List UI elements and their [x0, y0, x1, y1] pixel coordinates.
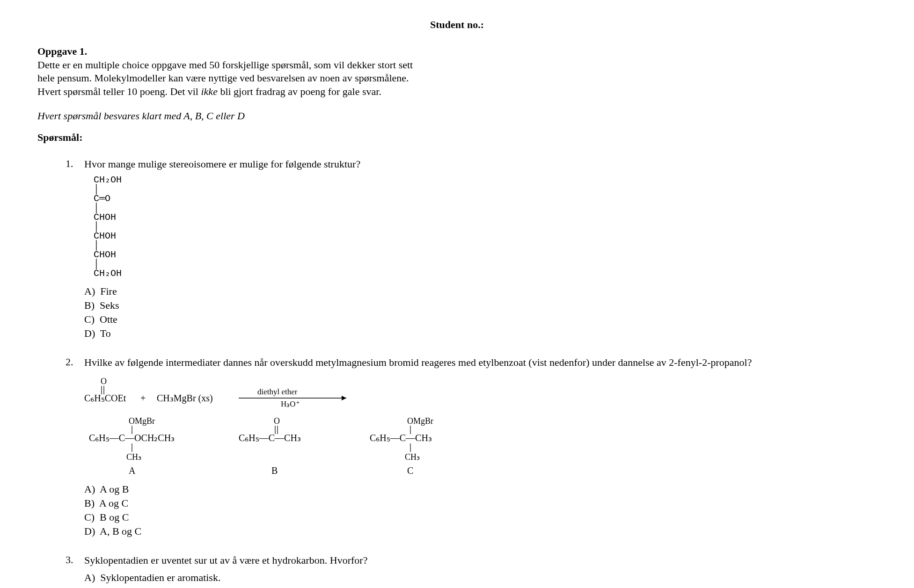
q3-opt-b-text: Den konjugerte basen til syklopentadien …	[100, 586, 322, 588]
intro-line-3a: Hvert spørsmål teller 10 poeng. Det vil	[37, 86, 201, 97]
instruction-line: Hvert spørsmål besvares klart med A, B, …	[37, 110, 877, 122]
q1-options: A) Fire B) Seks C) Otte D) To	[84, 285, 877, 340]
q1-opt-d-label: D)	[84, 327, 95, 339]
q2-text: Hvilke av følgende intermediater dannes …	[84, 356, 877, 369]
dbl-o: O	[101, 377, 107, 386]
q3-opt-a-text: Syklopentadien er aromatisk.	[100, 572, 220, 583]
question-1: 1. Hvor mange mulige stereoisomere er mu…	[37, 158, 877, 340]
q2-opt-d-label: D)	[84, 525, 95, 537]
c-bot: CH₃	[405, 452, 420, 462]
reactant-left: C₆H₅COEt	[84, 393, 126, 403]
q1-opt-b-label: B)	[84, 299, 95, 311]
q2-options: A) A og B B) A og C C) B og C D) A, B og…	[84, 483, 877, 537]
q1-struct-l11: CH₂OH	[94, 268, 122, 279]
task-title: Oppgave 1.	[37, 45, 87, 57]
a-top: OMgBr	[129, 416, 155, 426]
q1-opt-a-label: A)	[84, 285, 95, 297]
c-row: C₆H₅—C—CH₃	[370, 433, 432, 443]
q1-text: Hvor mange mulige stereoisomere er mulig…	[84, 158, 877, 171]
student-no-label: Student no.:	[430, 19, 484, 30]
b-o: O	[274, 416, 280, 426]
q3-opt-a-label: A)	[84, 572, 95, 583]
plus-sign: +	[140, 393, 146, 403]
section-title: Spørsmål:	[37, 131, 877, 144]
task-intro-block: Oppgave 1. Dette er en multiple choice o…	[37, 45, 877, 98]
q1-structure: CH₂OH │ C═O │ CHOH │ CHOH │ CHOH │ CH₂OH	[94, 175, 877, 278]
c-label: C	[407, 465, 413, 476]
q2-opt-c-label: C)	[84, 511, 95, 523]
question-3: 3. Syklopentadien er uventet sur ut av å…	[37, 554, 877, 588]
a-bot: CH₃	[126, 452, 141, 462]
arrow-bottom-text: H₃O⁺	[281, 399, 300, 408]
q1-opt-c-label: C)	[84, 313, 95, 325]
q2-opt-b-label: B)	[84, 497, 95, 509]
q2-opt-d-text: A, B og C	[100, 525, 141, 537]
q3-text: Syklopentadien er uventet sur ut av å væ…	[84, 554, 877, 567]
intro-line-2: hele pensum. Molekylmodeller kan være ny…	[37, 72, 409, 84]
q1-opt-a-text: Fire	[100, 285, 117, 297]
q2-intermediates-diagram: OMgBr C₆H₅—C—OCH₂CH₃ CH₃ A O C₆H₅—C—CH₃ …	[84, 415, 877, 476]
q1-number: 1.	[66, 158, 84, 170]
q3-options: A) Syklopentadien er aromatisk. B) Den k…	[84, 572, 877, 588]
intro-line-1: Dette er en multiple choice oppgave med …	[37, 59, 413, 71]
q2-opt-b-text: A og C	[99, 497, 128, 509]
intro-line-3b: bli gjort fradrag av poeng for gale svar…	[218, 86, 381, 97]
q2-opt-a-text: A og B	[100, 483, 129, 495]
intro-line-3-italic: ikke	[201, 86, 217, 97]
reagent: CH₃MgBr (xs)	[157, 393, 213, 404]
a-label: A	[129, 465, 136, 476]
student-number-header: Student no.:	[37, 19, 877, 31]
q1-opt-d-text: To	[100, 327, 111, 339]
instruction-text: Hvert spørsmål besvares klart med A, B, …	[37, 110, 245, 122]
arrow-top-text: diethyl ether	[257, 387, 298, 396]
b-row: C₆H₅—C—CH₃	[239, 433, 301, 443]
a-row: C₆H₅—C—OCH₂CH₃	[89, 433, 175, 443]
q3-number: 3.	[66, 554, 84, 566]
q1-opt-b-text: Seks	[100, 299, 119, 311]
q3-opt-b-label: B)	[84, 586, 95, 588]
q2-opt-a-label: A)	[84, 483, 95, 495]
svg-marker-3	[342, 396, 346, 400]
question-2: 2. Hvilke av følgende intermediater dann…	[37, 356, 877, 538]
q2-number: 2.	[66, 356, 84, 368]
c-top: OMgBr	[407, 416, 433, 426]
q2-reaction-diagram: O C₆H₅COEt + CH₃MgBr (xs) diethyl ether …	[84, 376, 877, 408]
q1-opt-c-text: Otte	[100, 313, 117, 325]
b-label: B	[271, 465, 278, 476]
section-title-text: Spørsmål:	[37, 131, 83, 143]
q2-opt-c-text: B og C	[100, 511, 129, 523]
